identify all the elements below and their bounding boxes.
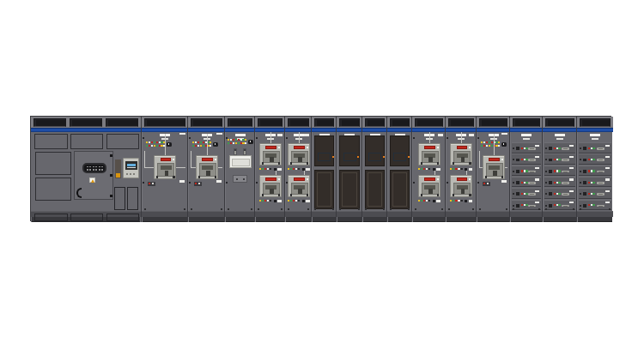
breaker-unit[interactable] bbox=[418, 175, 440, 197]
drawer-breaker-block bbox=[516, 159, 520, 162]
drawer-handle[interactable] bbox=[562, 193, 570, 196]
drawer-row[interactable] bbox=[579, 200, 611, 211]
drawer-handle[interactable] bbox=[597, 147, 605, 150]
drawer-row[interactable] bbox=[512, 188, 541, 199]
drawer-row[interactable] bbox=[512, 177, 541, 188]
hmi-screen[interactable] bbox=[393, 153, 406, 161]
meter-unit[interactable] bbox=[123, 158, 139, 178]
breaker-unit[interactable] bbox=[450, 175, 472, 197]
section-hmi-9[interactable] bbox=[361, 117, 386, 222]
section-acb-single-2[interactable] bbox=[141, 117, 187, 222]
indicator-lamp bbox=[264, 168, 266, 170]
breaker-unit[interactable] bbox=[154, 155, 176, 179]
hmi-door[interactable] bbox=[390, 170, 410, 209]
drawer-row[interactable] bbox=[512, 142, 541, 153]
drawer-handle[interactable] bbox=[597, 171, 605, 173]
drawer-row[interactable] bbox=[512, 165, 541, 177]
section-hmi-10[interactable] bbox=[386, 117, 411, 222]
breaker-unit[interactable] bbox=[196, 155, 218, 179]
drawer-handle[interactable] bbox=[562, 205, 570, 208]
indicator-lamp bbox=[421, 200, 422, 202]
drawer-row[interactable] bbox=[579, 177, 611, 188]
drawer-handle[interactable] bbox=[562, 171, 570, 173]
drawer-row[interactable] bbox=[512, 153, 541, 165]
drawer-handle[interactable] bbox=[528, 205, 537, 208]
drawer-handle[interactable] bbox=[562, 182, 570, 184]
section-acb-single-13[interactable] bbox=[476, 117, 509, 222]
transfer-switch-unit[interactable] bbox=[229, 155, 252, 168]
breaker-unit[interactable] bbox=[450, 143, 472, 165]
drawer-row[interactable] bbox=[544, 200, 575, 211]
drawer-row[interactable] bbox=[579, 142, 611, 153]
drawer-row[interactable] bbox=[544, 177, 575, 188]
drawer-row[interactable] bbox=[579, 188, 611, 199]
drawer-handle[interactable] bbox=[528, 159, 537, 161]
hmi-door[interactable] bbox=[365, 170, 385, 209]
breaker-unit[interactable] bbox=[288, 143, 310, 165]
meter-display bbox=[127, 164, 137, 166]
roof-cap bbox=[70, 118, 102, 127]
control-pill[interactable] bbox=[501, 142, 507, 147]
section-acb-double-12[interactable] bbox=[445, 117, 476, 222]
control-pill[interactable] bbox=[248, 140, 253, 145]
section-feeder-16[interactable] bbox=[576, 117, 612, 222]
incomer-door[interactable] bbox=[74, 151, 113, 200]
indicator-lamp bbox=[240, 139, 242, 141]
drawer-row[interactable] bbox=[512, 200, 541, 211]
drawer-row[interactable] bbox=[544, 153, 575, 165]
drawer-handle[interactable] bbox=[597, 205, 605, 208]
drawer-handle[interactable] bbox=[562, 147, 570, 150]
section-transfer-4[interactable] bbox=[224, 117, 254, 222]
label-tag bbox=[535, 167, 540, 169]
indicator-lamp bbox=[203, 141, 204, 143]
section-hmi-7[interactable] bbox=[311, 117, 336, 222]
control-pill[interactable] bbox=[167, 142, 172, 147]
hmi-screen[interactable] bbox=[318, 153, 331, 161]
label-tag bbox=[306, 168, 310, 171]
section-acb-double-6[interactable] bbox=[284, 117, 311, 222]
warning-triangle-icon bbox=[91, 179, 94, 183]
door-handle[interactable] bbox=[76, 188, 82, 198]
drawer-handle[interactable] bbox=[528, 147, 537, 150]
drawer-row[interactable] bbox=[579, 153, 611, 165]
drawer-row[interactable] bbox=[544, 142, 575, 153]
hmi-screen[interactable] bbox=[368, 153, 381, 161]
drawer-row[interactable] bbox=[544, 188, 575, 199]
hmi-door[interactable] bbox=[314, 170, 334, 209]
section-feeder-15[interactable] bbox=[542, 117, 576, 222]
hmi-door[interactable] bbox=[339, 170, 360, 209]
section-incomer-1[interactable] bbox=[31, 117, 141, 222]
section-acb-single-3[interactable] bbox=[187, 117, 224, 222]
breaker-unit[interactable] bbox=[259, 175, 282, 197]
indicator-lamp bbox=[240, 142, 242, 144]
drawer-handle[interactable] bbox=[597, 159, 605, 161]
base-plinth bbox=[188, 211, 225, 217]
hmi-screen[interactable] bbox=[343, 153, 356, 161]
drawer-row[interactable] bbox=[579, 165, 611, 177]
drawer-handle[interactable] bbox=[528, 171, 537, 173]
drawer-handle[interactable] bbox=[528, 193, 537, 196]
drawer-handle[interactable] bbox=[597, 182, 605, 184]
breaker-unit[interactable] bbox=[418, 143, 440, 165]
section-acb-double-5[interactable] bbox=[254, 117, 284, 222]
drawer-row[interactable] bbox=[544, 165, 575, 177]
section-hmi-8[interactable] bbox=[336, 117, 361, 222]
drawer-handle[interactable] bbox=[597, 193, 605, 196]
section-feeder-14[interactable] bbox=[509, 117, 542, 222]
drawer-lamp bbox=[592, 193, 594, 195]
indicator-lamp bbox=[207, 141, 209, 143]
section-acb-double-11[interactable] bbox=[411, 117, 445, 222]
post-cap bbox=[244, 149, 246, 151]
control-pill[interactable] bbox=[213, 142, 218, 147]
drawer-handle[interactable] bbox=[528, 182, 537, 184]
drawer-lamp bbox=[588, 159, 590, 160]
drawer-handle[interactable] bbox=[562, 159, 570, 161]
breaker-unit[interactable] bbox=[483, 155, 505, 179]
breaker-unit[interactable] bbox=[259, 143, 282, 165]
wire bbox=[479, 151, 480, 168]
indicator-lamp bbox=[458, 168, 459, 170]
brand-logo-icon bbox=[118, 129, 127, 131]
contactor-post bbox=[243, 148, 246, 155]
breaker-unit[interactable] bbox=[288, 175, 310, 197]
roof-cap-inner bbox=[260, 120, 282, 126]
